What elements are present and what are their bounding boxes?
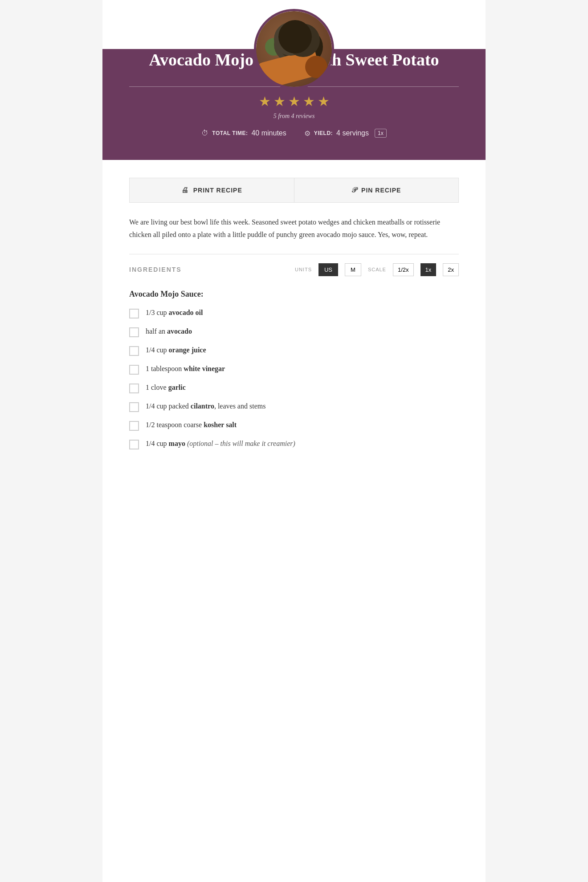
unit-m-button[interactable]: M [345,263,361,276]
yield-item: ⚙ YIELD: 4 servings 1x [304,129,387,138]
print-icon: 🖨 [181,186,189,194]
star-3: ★ [288,94,300,109]
ingredient-text-2: 1/4 cup orange juice [146,345,206,355]
page-wrapper: Avocado Mojo Bowls With Sweet Potato ★ ★… [102,0,486,882]
meta-row: ⏱ TOTAL TIME: 40 minutes ⚙ YIELD: 4 serv… [129,129,459,138]
clock-icon: ⏱ [201,129,208,137]
ingredient-checkbox-3[interactable] [129,365,139,375]
units-label: UNITS [295,267,312,272]
ingredients-label: INGREDIENTS [129,266,182,273]
pinterest-icon: 𝒫 [351,186,357,194]
ingredient-checkbox-5[interactable] [129,402,139,412]
scale-half-button[interactable]: 1/2x [393,263,414,276]
ingredient-checkbox-6[interactable] [129,421,139,431]
ingredient-item-4: 1 clove garlic [129,383,459,393]
ingredients-section-0: Avocado Mojo Sauce: 1/3 cup avocado oil … [129,290,459,449]
fork-icon: ⚙ [304,129,310,138]
ingredient-checkbox-7[interactable] [129,440,139,449]
stars-row: ★ ★ ★ ★ ★ [129,94,459,109]
ingredient-item-6: 1/2 teaspoon coarse kosher salt [129,420,459,431]
ingredient-item-0: 1/3 cup avocado oil [129,308,459,318]
ingredient-checkbox-4[interactable] [129,384,139,393]
scale-1x-button[interactable]: 1x [421,263,437,276]
unit-us-button[interactable]: US [318,263,338,276]
ingredient-checkbox-1[interactable] [129,327,139,337]
print-recipe-button[interactable]: 🖨 PRINT RECIPE [129,178,294,203]
recipe-image-container [254,9,334,89]
pin-recipe-button[interactable]: 𝒫 PIN RECIPE [294,178,459,203]
ingredient-text-0: 1/3 cup avocado oil [146,308,203,318]
ingredient-checkbox-0[interactable] [129,309,139,318]
star-5: ★ [318,94,330,109]
ingredient-text-7: 1/4 cup mayo (optional – this will make … [146,439,295,449]
ingredient-item-5: 1/4 cup packed cilantro, leaves and stem… [129,401,459,412]
ingredient-item-3: 1 tablespoon white vinegar [129,364,459,375]
star-4: ★ [303,94,315,109]
ingredient-text-1: half an avocado [146,327,192,336]
ingredients-divider [129,254,459,254]
total-time-value: 40 minutes [251,129,286,137]
subsection-title-0: Avocado Mojo Sauce: [129,290,459,299]
yield-label: YIELD: [314,130,333,136]
ingredient-item-1: half an avocado [129,327,459,337]
header-section: Avocado Mojo Bowls With Sweet Potato ★ ★… [102,49,486,160]
yield-scale-badge[interactable]: 1x [375,129,387,138]
print-recipe-label: PRINT RECIPE [193,187,242,194]
total-time-item: ⏱ TOTAL TIME: 40 minutes [201,129,286,137]
scale-label: SCALE [368,267,386,272]
ingredient-text-6: 1/2 teaspoon coarse kosher salt [146,420,237,430]
content-section: 🖨 PRINT RECIPE 𝒫 PIN RECIPE We are livin… [102,160,486,475]
ingredient-text-5: 1/4 cup packed cilantro, leaves and stem… [146,401,265,411]
total-time-label: TOTAL TIME: [212,130,248,136]
reviews-text: 5 from 4 reviews [129,113,459,120]
action-buttons: 🖨 PRINT RECIPE 𝒫 PIN RECIPE [129,178,459,203]
recipe-description: We are living our best bowl life this we… [129,216,459,240]
units-scale-row: UNITS US M SCALE 1/2x 1x 2x [295,263,459,276]
ingredient-item-7: 1/4 cup mayo (optional – this will make … [129,439,459,449]
pin-recipe-label: PIN RECIPE [361,187,401,194]
ingredients-header: INGREDIENTS UNITS US M SCALE 1/2x 1x 2x [129,263,459,276]
ingredient-text-3: 1 tablespoon white vinegar [146,364,225,374]
star-2: ★ [274,94,286,109]
ingredient-checkbox-2[interactable] [129,346,139,356]
ingredient-text-4: 1 clove garlic [146,383,186,392]
star-1: ★ [259,94,271,109]
scale-2x-button[interactable]: 2x [443,263,459,276]
ingredient-item-2: 1/4 cup orange juice [129,345,459,356]
yield-value: 4 servings [336,129,369,137]
recipe-image [256,11,332,87]
